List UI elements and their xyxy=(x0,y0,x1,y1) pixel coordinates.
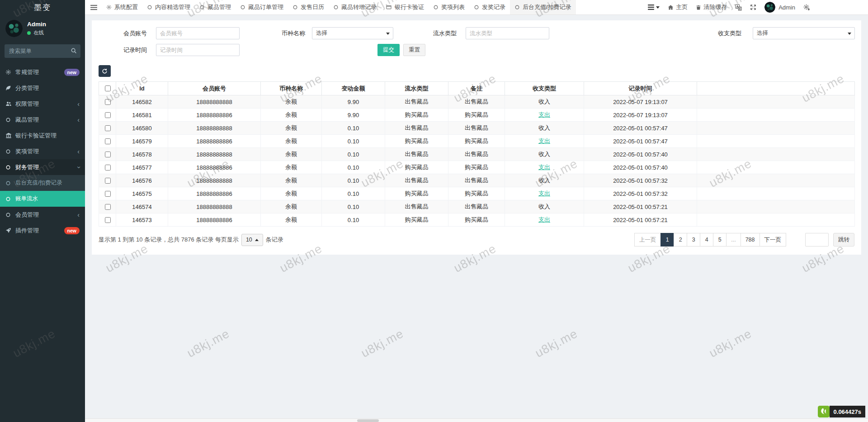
row-checkbox[interactable] xyxy=(105,191,111,197)
column-header[interactable]: 记录时间 xyxy=(584,82,697,95)
cell-inout[interactable]: 支出 xyxy=(505,213,584,227)
online-dot-icon xyxy=(27,31,31,35)
topnav-tab[interactable]: 系统配置 xyxy=(102,0,142,14)
topnav-right: 主页 清除缓存 Admin xyxy=(648,0,810,14)
topnav-tab[interactable]: 内容精选管理 xyxy=(142,0,195,14)
column-header[interactable]: 币种名称 xyxy=(261,82,322,95)
cell-amount: 0.10 xyxy=(322,200,385,213)
topnav-tab[interactable]: 奖项列表 xyxy=(429,0,469,14)
cell-id: 146574 xyxy=(116,200,168,213)
page-button[interactable]: 3 xyxy=(687,233,700,247)
scrollbar-thumb[interactable] xyxy=(357,419,379,422)
column-header[interactable]: 流水类型 xyxy=(385,82,448,95)
cell-note: 出售藏品 xyxy=(448,174,505,187)
page-button[interactable]: 1 xyxy=(660,233,674,247)
sidebar-item[interactable]: 后台充值/扣费记录 xyxy=(0,175,85,191)
currency-select[interactable]: 选择 xyxy=(312,27,393,39)
column-header[interactable]: 收支类型 xyxy=(505,82,584,95)
sidebar-item[interactable]: 权限管理‹ xyxy=(0,96,85,112)
page-size-select[interactable]: 10 xyxy=(241,234,263,246)
cell-amount: 0.10 xyxy=(322,148,385,161)
flow-type-input[interactable] xyxy=(466,27,549,39)
sidebar-item-label: 奖项管理 xyxy=(15,147,39,156)
refresh-button[interactable] xyxy=(99,65,111,77)
row-checkbox[interactable] xyxy=(105,204,111,210)
row-checkbox[interactable] xyxy=(105,165,111,171)
sidebar-item[interactable]: 分类管理 xyxy=(0,80,85,96)
topnav-tab[interactable]: 后台充值/扣费记录 xyxy=(510,0,576,14)
topnav-tab[interactable]: 发奖记录 xyxy=(469,0,510,14)
translate-icon[interactable] xyxy=(735,4,742,11)
cell-currency: 余额 xyxy=(261,161,322,174)
column-header[interactable]: 会员账号 xyxy=(168,82,261,95)
fullscreen-icon[interactable] xyxy=(750,4,756,10)
tabs-list-dropdown[interactable] xyxy=(648,5,660,10)
sidebar-item[interactable]: 常规管理new xyxy=(0,64,85,80)
sidebar-item[interactable]: 银行卡验证管理 xyxy=(0,128,85,143)
page-button[interactable]: 5 xyxy=(713,233,726,247)
table-row: 14657718888888886余额0.10购买藏品购买藏品支出2022-05… xyxy=(99,161,855,174)
cell-account: 18888888888 xyxy=(168,122,261,135)
circle-icon xyxy=(333,5,339,10)
page-button[interactable]: 4 xyxy=(700,233,713,247)
cell-time: 2022-05-01 00:57:21 xyxy=(584,213,697,227)
search-input[interactable] xyxy=(5,44,80,58)
sidebar-item-label: 权限管理 xyxy=(15,100,39,108)
circle-icon xyxy=(474,5,479,10)
clear-cache-link[interactable]: 清除缓存 xyxy=(696,3,727,11)
table-row: 14657918888888886余额0.10购买藏品购买藏品支出2022-05… xyxy=(99,135,855,148)
row-checkbox[interactable] xyxy=(105,178,111,184)
sidebar-item[interactable]: 插件管理new xyxy=(0,223,85,238)
select-all-checkbox[interactable] xyxy=(105,85,111,91)
sidebar-item[interactable]: 账单流水 xyxy=(0,191,85,207)
column-header[interactable]: 备注 xyxy=(448,82,505,95)
page-button[interactable]: 788 xyxy=(741,233,760,247)
home-link[interactable]: 主页 xyxy=(668,3,688,11)
submit-button[interactable]: 提交 xyxy=(377,44,400,56)
flow-type-label: 流水类型 xyxy=(432,29,457,38)
cell-inout[interactable]: 支出 xyxy=(505,109,584,122)
sidebar-item[interactable]: 藏品管理‹ xyxy=(0,112,85,128)
row-checkbox[interactable] xyxy=(105,217,111,223)
search-icon[interactable] xyxy=(71,47,77,56)
settings-gears-icon[interactable] xyxy=(803,4,810,11)
horizontal-scrollbar[interactable] xyxy=(85,418,868,422)
column-header[interactable]: 变动金额 xyxy=(322,82,385,95)
table-row: 14657318888888886余额0.10购买藏品购买藏品支出2022-05… xyxy=(99,213,855,227)
prev-page-button[interactable]: 上一页 xyxy=(634,233,661,247)
column-header[interactable]: Id xyxy=(116,82,168,95)
cell-note: 出售藏品 xyxy=(448,148,505,161)
hamburger-icon[interactable] xyxy=(90,5,97,10)
cell-id: 146580 xyxy=(116,122,168,135)
row-checkbox[interactable] xyxy=(105,112,111,118)
row-checkbox[interactable] xyxy=(105,99,111,105)
row-checkbox[interactable] xyxy=(105,125,111,131)
record-time-input[interactable] xyxy=(156,44,240,56)
member-account-input[interactable] xyxy=(156,27,240,39)
topnav-tab[interactable]: 藏品管理 xyxy=(195,0,236,14)
page-button[interactable]: 2 xyxy=(674,233,687,247)
sidebar-item[interactable]: 财务管理‹ xyxy=(0,159,85,175)
inout-type-select[interactable]: 选择 xyxy=(753,27,855,39)
circle-icon xyxy=(199,5,205,10)
next-page-button[interactable]: 下一页 xyxy=(760,233,787,247)
cell-inout[interactable]: 支出 xyxy=(505,135,584,148)
topnav-tab[interactable]: 藏品订单管理 xyxy=(236,0,288,14)
app-logo[interactable]: 墨变 xyxy=(0,0,85,15)
row-checkbox[interactable] xyxy=(105,152,111,157)
cell-flow: 购买藏品 xyxy=(385,187,448,200)
cell-inout[interactable]: 支出 xyxy=(505,187,584,200)
topnav-tab[interactable]: 银行卡验证 xyxy=(381,0,429,14)
cell-inout[interactable]: 支出 xyxy=(505,161,584,174)
topnav-tab[interactable]: 发售日历 xyxy=(288,0,329,14)
cell-account: 18888888888 xyxy=(168,148,261,161)
page-jump-input[interactable] xyxy=(805,233,829,247)
row-checkbox[interactable] xyxy=(105,138,111,144)
page-jump-button[interactable]: 跳转 xyxy=(833,233,854,247)
topnav-tab[interactable]: 藏品转增记录 xyxy=(329,0,381,14)
sidebar-item[interactable]: 会员管理‹ xyxy=(0,207,85,223)
cell-currency: 余额 xyxy=(261,122,322,135)
user-menu[interactable]: Admin xyxy=(764,2,795,13)
sidebar-item[interactable]: 奖项管理‹ xyxy=(0,143,85,159)
reset-button[interactable]: 重置 xyxy=(403,44,425,56)
